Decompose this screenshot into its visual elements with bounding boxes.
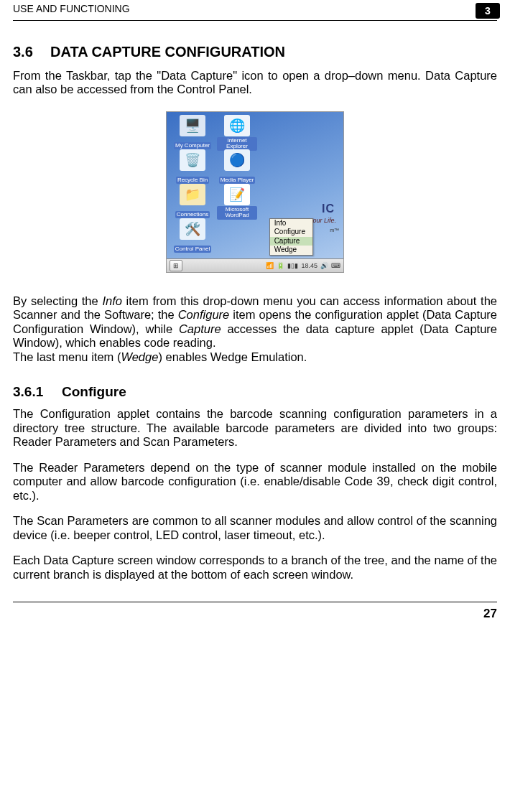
media-player-icon: 🔵	[224, 149, 250, 171]
italic-info: Info	[102, 294, 122, 307]
menu-item-capture[interactable]: Capture	[270, 237, 312, 246]
icon-label: Internet Explorer	[217, 137, 257, 151]
tray-barcode-icon[interactable]: ▮▯▮	[287, 262, 298, 269]
start-button[interactable]: ⊞	[170, 260, 182, 271]
section-number: 3.6	[13, 44, 50, 60]
tray-sip-icon[interactable]: ⌨	[331, 262, 340, 269]
configure-para-1: The Configuration applet contains the ba…	[13, 407, 497, 449]
desktop-area: 🖥️ My Computer 🌐 Internet Explorer 🗑️ Re…	[167, 112, 343, 258]
computer-icon: 🖥️	[180, 115, 205, 136]
icon-label: Control Panel	[174, 246, 211, 253]
section-title-text: DATA CAPTURE CONFIGURATION	[50, 44, 285, 60]
data-capture-menu: Info Configure Capture Wedge	[269, 218, 313, 256]
subsection-heading: 3.6.1Configure	[13, 384, 497, 400]
taskbar-clock: 18.45	[301, 262, 317, 269]
icon-label: Microsoft WordPad	[217, 206, 257, 220]
tray-icon[interactable]: 🔋	[277, 262, 284, 269]
desktop-icon-internet-explorer[interactable]: 🌐 Internet Explorer	[217, 115, 257, 151]
ie-icon: 🌐	[224, 115, 250, 136]
subsection-title-text: Configure	[62, 384, 126, 399]
header-rule	[13, 20, 497, 21]
desktop-icon-connections[interactable]: 📁 Connections	[172, 184, 213, 219]
paragraph-info-configure-capture: By selecting the Info item from this dro…	[13, 294, 497, 350]
italic-capture: Capture	[179, 322, 221, 335]
intro-paragraph: From the Taskbar, tap the "Data Capture"…	[13, 69, 497, 97]
footer-rule	[13, 602, 497, 602]
desktop-icon-my-computer[interactable]: 🖥️ My Computer	[172, 115, 213, 150]
chapter-badge: 3	[476, 3, 500, 19]
taskbar: ⊞ 📶 🔋 ▮▯▮ 18.45 🔊 ⌨	[167, 258, 343, 272]
wallpaper-brand: IC	[322, 202, 335, 215]
subsection-number: 3.6.1	[13, 384, 62, 400]
windows-icon: ⊞	[173, 262, 179, 269]
tray-icon[interactable]: 🔊	[320, 262, 328, 269]
paragraph-wedge: The last menu item (Wedge) enables Wedge…	[13, 350, 497, 364]
section-heading: 3.6DATA CAPTURE CONFIGURATION	[13, 44, 497, 60]
configure-para-3: The Scan Parameters are common to all sc…	[13, 514, 497, 542]
wallpaper-tm: m™	[330, 228, 339, 233]
page-number: 27	[13, 607, 497, 621]
icon-label: My Computer	[174, 142, 211, 149]
wordpad-icon: 📝	[224, 184, 250, 205]
device-screenshot: 🖥️ My Computer 🌐 Internet Explorer 🗑️ Re…	[166, 111, 344, 273]
tray-icon[interactable]: 📶	[266, 262, 274, 269]
desktop-icon-wordpad[interactable]: 📝 Microsoft WordPad	[217, 184, 257, 220]
desktop-icon-media-player[interactable]: 🔵 Media Player	[217, 149, 257, 185]
italic-wedge: Wedge	[121, 350, 158, 363]
control-panel-icon: 🛠️	[180, 218, 205, 240]
desktop-icon-recycle-bin[interactable]: 🗑️ Recycle Bin	[172, 149, 213, 185]
menu-item-info[interactable]: Info	[270, 219, 312, 228]
icon-label: Media Player	[219, 177, 256, 184]
icon-label: Recycle Bin	[176, 177, 209, 184]
italic-configure: Configure	[178, 308, 230, 321]
menu-item-wedge[interactable]: Wedge	[270, 246, 312, 255]
desktop-icon-control-panel[interactable]: 🛠️ Control Panel	[172, 218, 213, 253]
configure-para-4: Each Data Capture screen window correspo…	[13, 554, 497, 582]
configure-para-2: The Reader Parameters depend on the type…	[13, 461, 497, 503]
menu-item-configure[interactable]: Configure	[270, 228, 312, 237]
running-head: USE AND FUNCTIONING	[13, 3, 130, 14]
icon-label: Connections	[175, 211, 210, 218]
connections-icon: 📁	[180, 184, 205, 205]
recycle-bin-icon: 🗑️	[180, 149, 205, 171]
